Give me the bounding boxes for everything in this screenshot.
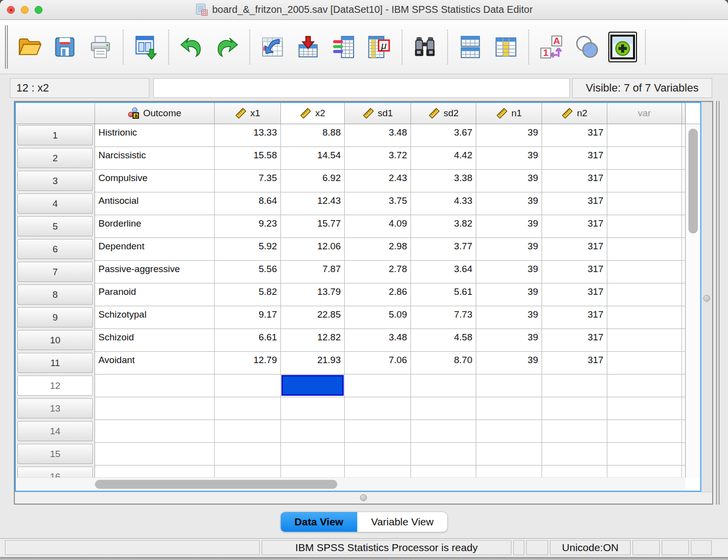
cell[interactable]	[215, 374, 281, 397]
tab-data-view[interactable]: Data View	[280, 512, 357, 532]
cell[interactable]: 8.88	[281, 124, 345, 147]
cell[interactable]: Avoidant	[95, 352, 215, 374]
column-header-x1[interactable]: x1	[215, 103, 281, 124]
cell[interactable]: 317	[542, 215, 607, 238]
cell[interactable]	[345, 397, 411, 420]
cell[interactable]: 2.86	[345, 283, 411, 306]
show-all-variables-icon[interactable]	[608, 32, 637, 62]
cell[interactable]: 317	[542, 124, 607, 147]
cell[interactable]: Antisocial	[95, 192, 215, 215]
cell[interactable]	[215, 420, 281, 443]
cell[interactable]	[281, 443, 345, 466]
cell[interactable]	[682, 443, 685, 466]
cell[interactable]	[682, 329, 685, 352]
cell[interactable]: Schizotypal	[95, 306, 215, 329]
cell[interactable]: 317	[542, 352, 607, 374]
cell[interactable]	[682, 283, 685, 306]
insert-cases-icon[interactable]	[456, 32, 485, 62]
cell[interactable]	[682, 466, 685, 477]
cell[interactable]	[411, 420, 476, 443]
pane-splitter-handle[interactable]	[360, 494, 367, 501]
cell[interactable]: 3.48	[345, 329, 411, 352]
cell[interactable]: 7.06	[345, 352, 411, 374]
cell[interactable]: 14.54	[281, 147, 345, 170]
cell[interactable]	[476, 397, 542, 420]
cell[interactable]: 5.56	[215, 261, 281, 283]
cell[interactable]: 9.17	[215, 306, 281, 329]
cell[interactable]	[281, 420, 345, 443]
find-icon[interactable]	[410, 32, 439, 62]
cell[interactable]	[411, 374, 476, 397]
cell[interactable]	[476, 466, 542, 477]
row-header-12[interactable]: 12	[16, 374, 95, 397]
cell[interactable]: 5.92	[215, 238, 281, 261]
row-header-7[interactable]: 7	[16, 261, 95, 283]
cell[interactable]	[95, 420, 215, 443]
cell-editor-input[interactable]	[153, 78, 570, 98]
cell[interactable]	[95, 443, 215, 466]
cell[interactable]: 5.82	[215, 283, 281, 306]
horizontal-scrollbar[interactable]	[16, 477, 685, 491]
use-variable-sets-icon[interactable]	[573, 32, 601, 62]
save-icon[interactable]	[50, 32, 79, 62]
cell[interactable]: 3.48	[345, 124, 411, 147]
cell[interactable]: 317	[542, 283, 607, 306]
cell[interactable]	[476, 420, 542, 443]
cell[interactable]	[542, 466, 607, 477]
value-labels-icon[interactable]: A1	[537, 32, 566, 62]
cell[interactable]	[607, 374, 682, 397]
row-header-9[interactable]: 9	[16, 306, 95, 329]
cell[interactable]	[345, 443, 411, 466]
cell[interactable]: 39	[476, 147, 542, 170]
cell[interactable]	[682, 124, 685, 147]
cell[interactable]	[281, 397, 345, 420]
cell[interactable]: 39	[476, 238, 542, 261]
cell[interactable]: 4.42	[411, 147, 476, 170]
cell[interactable]: 7.73	[411, 306, 476, 329]
cell[interactable]	[682, 420, 685, 443]
cell[interactable]: 6.61	[215, 329, 281, 352]
cell[interactable]	[476, 374, 542, 397]
cell[interactable]: 22.85	[281, 306, 345, 329]
cell[interactable]: 317	[542, 306, 607, 329]
cell[interactable]: 12.43	[281, 192, 345, 215]
row-header-16[interactable]: 16	[16, 466, 95, 477]
cell[interactable]: 9.23	[215, 215, 281, 238]
cell[interactable]: 5.61	[411, 283, 476, 306]
cell[interactable]: 3.38	[411, 170, 476, 192]
descriptives-mu-icon[interactable]: μ	[365, 32, 394, 62]
cell[interactable]	[542, 374, 607, 397]
cell[interactable]	[542, 443, 607, 466]
cell[interactable]	[682, 147, 685, 170]
minimize-button[interactable]	[21, 6, 29, 14]
cell[interactable]: 12.79	[215, 352, 281, 374]
vertical-scrollbar[interactable]	[685, 103, 700, 477]
cell[interactable]	[607, 147, 682, 170]
cell[interactable]: 4.09	[345, 215, 411, 238]
cell[interactable]: 3.75	[345, 192, 411, 215]
cell[interactable]	[607, 238, 682, 261]
cell[interactable]: 317	[542, 147, 607, 170]
cell[interactable]: 39	[476, 124, 542, 147]
column-header-sd2[interactable]: sd2	[411, 103, 476, 124]
cell[interactable]: 39	[476, 261, 542, 283]
row-header-15[interactable]: 15	[16, 443, 95, 466]
window-resize-edge[interactable]	[716, 101, 720, 505]
row-header-5[interactable]: 5	[16, 215, 95, 238]
print-icon[interactable]	[86, 32, 115, 62]
variables-icon[interactable]	[329, 32, 358, 62]
cell[interactable]: 12.06	[281, 238, 345, 261]
row-header-4[interactable]: 4	[16, 192, 95, 215]
cell[interactable]: 39	[476, 306, 542, 329]
zoom-button[interactable]	[35, 6, 43, 14]
toolbar-grabber[interactable]	[5, 25, 8, 69]
cell[interactable]	[411, 397, 476, 420]
column-header-Outcome[interactable]: aOutcome	[95, 103, 215, 124]
cell[interactable]	[542, 397, 607, 420]
cell[interactable]	[281, 374, 345, 397]
column-header-n2[interactable]: n2	[542, 103, 607, 124]
cell[interactable]: 39	[476, 329, 542, 352]
cell[interactable]: 15.58	[215, 147, 281, 170]
cell[interactable]: 3.77	[411, 238, 476, 261]
go-to-variable-icon[interactable]	[294, 32, 322, 62]
